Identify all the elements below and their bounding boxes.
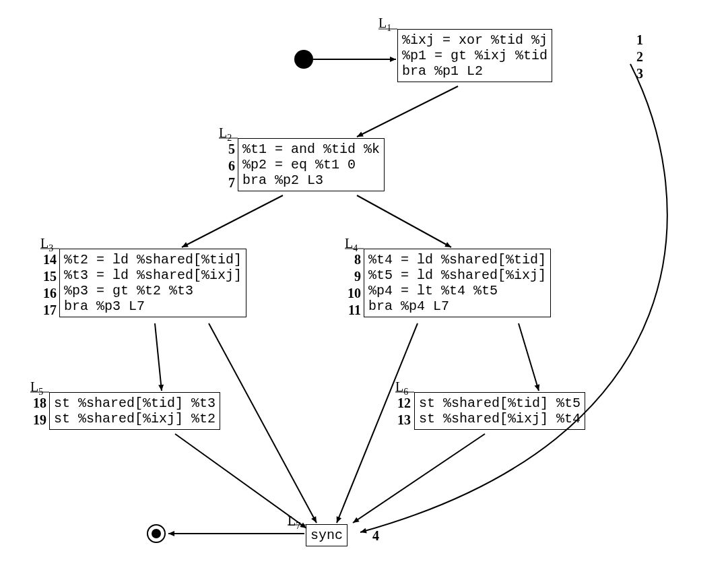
code-line: %p1 = gt %ixj %tid	[402, 48, 548, 63]
line-number: 5	[219, 141, 235, 157]
block-L5: st %shared[%tid] %t3 st %shared[%ixj] %t…	[49, 392, 220, 430]
end-node	[147, 524, 166, 543]
block-label-L6: L6	[395, 379, 408, 398]
line-number: 1	[636, 32, 643, 48]
line-number: 18	[24, 395, 46, 411]
block-label-L1: L1	[378, 15, 391, 34]
label-L5-letter: L	[30, 379, 38, 394]
code-line: %t4 = ld %shared[%tid]	[368, 252, 546, 267]
line-number: 12	[388, 395, 411, 411]
svg-line-1	[357, 86, 458, 137]
line-number: 13	[388, 412, 411, 428]
block-L7: sync	[306, 524, 348, 546]
code-line: %t2 = ld %shared[%tid]	[64, 252, 242, 267]
block-L2: %t1 = and %tid %k %p2 = eq %t1 0 bra %p2…	[238, 138, 385, 191]
block-label-L5: L5	[30, 379, 43, 398]
code-line: %ixj = xor %tid %j	[402, 32, 548, 48]
line-number: 4	[372, 528, 379, 544]
code-line: st %shared[%ixj] %t2	[54, 411, 216, 426]
label-L7-letter: L	[288, 513, 296, 528]
block-label-L3: L3	[40, 236, 53, 254]
block-L6: st %shared[%tid] %t5 st %shared[%ixj] %t…	[414, 392, 585, 430]
code-line: st %shared[%tid] %t3	[54, 395, 216, 411]
svg-line-4	[155, 323, 162, 391]
block-L4: %t4 = ld %shared[%tid] %t5 = ld %shared[…	[364, 249, 551, 317]
line-number: 10	[338, 286, 361, 301]
line-number: 8	[338, 252, 361, 267]
block-L1: %ixj = xor %tid %j %p1 = gt %ixj %tid br…	[397, 29, 552, 82]
label-L4-letter: L	[345, 236, 353, 251]
line-number: 9	[338, 269, 361, 284]
label-L7-sub: 7	[296, 521, 300, 531]
code-line: %t1 = and %tid %k	[242, 141, 380, 157]
svg-line-9	[353, 434, 485, 523]
label-L3-letter: L	[40, 236, 48, 251]
line-number: 3	[636, 66, 643, 82]
svg-line-7	[519, 323, 539, 391]
label-L1-letter: L	[378, 15, 387, 30]
code-line: %p3 = gt %t2 %t3	[64, 283, 242, 298]
line-number: 14	[34, 252, 57, 267]
code-line: bra %p2 L3	[242, 172, 380, 188]
line-number: 7	[219, 175, 235, 191]
start-node	[294, 50, 313, 69]
line-number: 11	[338, 303, 361, 318]
code-line: bra %p4 L7	[368, 298, 546, 314]
code-line: bra %p1 L2	[402, 63, 548, 79]
svg-line-3	[357, 195, 451, 247]
line-number: 2	[636, 49, 643, 65]
code-line: %p4 = lt %t4 %t5	[368, 283, 546, 298]
code-line: %p2 = eq %t1 0	[242, 157, 380, 172]
code-line: %t3 = ld %shared[%ixj]	[64, 267, 242, 283]
line-number: 17	[34, 303, 57, 318]
svg-line-8	[175, 434, 306, 528]
code-line: bra %p3 L7	[64, 298, 242, 314]
code-line: %t5 = ld %shared[%ixj]	[368, 267, 546, 283]
line-number: 19	[24, 412, 46, 428]
block-L3: %t2 = ld %shared[%tid] %t3 = ld %shared[…	[59, 249, 246, 317]
code-line: st %shared[%tid] %t5	[419, 395, 581, 411]
svg-line-5	[209, 323, 317, 523]
block-label-L2: L2	[219, 125, 232, 144]
block-label-L7: L7	[288, 513, 300, 532]
block-label-L4: L4	[345, 236, 358, 254]
label-L1-sub: 1	[387, 23, 391, 33]
code-line: st %shared[%ixj] %t4	[419, 411, 581, 426]
line-number: 15	[34, 269, 57, 284]
svg-line-2	[182, 195, 283, 247]
line-number: 6	[219, 158, 235, 174]
line-number: 16	[34, 286, 57, 301]
label-L2-letter: L	[219, 125, 227, 140]
code-line: sync	[310, 528, 343, 543]
label-L6-letter: L	[395, 379, 403, 394]
